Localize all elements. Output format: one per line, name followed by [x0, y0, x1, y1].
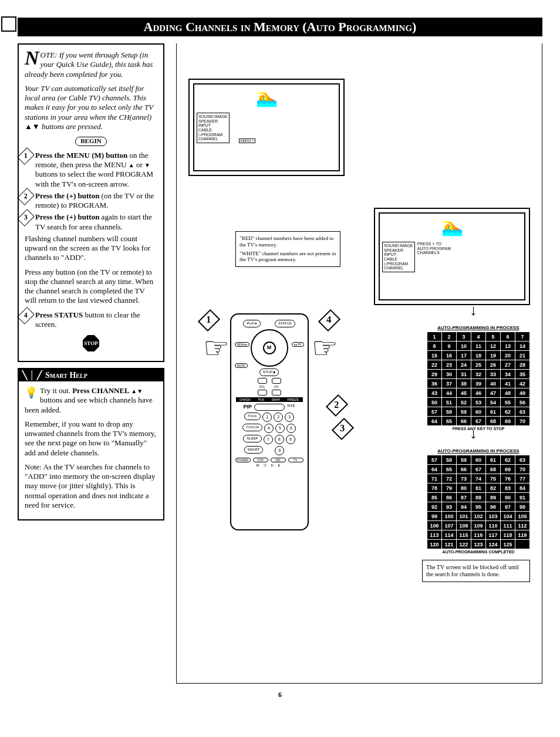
press-plus-label: PRESS +: [239, 138, 256, 143]
remote-ch-down: [272, 390, 281, 395]
final-note-box: The TV screen will be blocked off until …: [422, 560, 530, 582]
swimmer-icon-2: 🏊: [417, 216, 487, 239]
remote-tool: TOOL: [244, 413, 261, 420]
page-header: Adding Channels in Memory (Auto Programm…: [18, 18, 542, 36]
remote-menu-button: M: [263, 342, 276, 354]
header-title: Adding Channels in Memory (Auto Programm…: [144, 19, 417, 34]
remote-mode-label: M O D E: [231, 464, 308, 467]
header-corner-box: [1, 16, 16, 32]
remote-power: POWER: [235, 458, 251, 462]
step-marker-3: 3: [17, 209, 35, 226]
note-box: NOTE: If you went through Setup (in your…: [18, 43, 164, 362]
remote-illustration: PLAY▸ STATUS REW◂◂ ▸▸FF M MUTE STOP ■: [221, 313, 318, 530]
diagram-step-4: 4: [318, 309, 340, 332]
step-4-text: Press STATUS button to clear the screen.: [35, 310, 157, 330]
remote-ch-up: [272, 378, 281, 384]
remote-mute-button: MUTE: [235, 363, 248, 368]
remote-sleep: SLEEP: [243, 435, 261, 442]
remote-status-button: STATUS: [275, 320, 295, 327]
left-column: NOTE: If you went through Setup (in your…: [18, 43, 164, 684]
remote-play-button: PLAY▸: [243, 320, 261, 327]
remote-pip-label: PIP: [244, 404, 252, 411]
bulb-icon: 💡: [25, 386, 38, 400]
remote-pip-bar: [254, 404, 285, 411]
step-3-text: Press the (+) button again to start the …: [35, 212, 157, 232]
smart-p3: Note: As the TV searches for channels to…: [25, 462, 157, 510]
smart-p2: Remember, if you want to drop any unwant…: [25, 420, 157, 458]
diagram-step-3: 3: [332, 418, 354, 440]
swimmer-icon: 🏊: [231, 87, 302, 110]
tv2-press-text: PRESS + TO AUTO PROGRAM CHANNELS: [417, 242, 451, 272]
arrow-down-icon: ↓: [470, 302, 477, 319]
step-marker-2: 2: [17, 188, 35, 205]
smart-p1: 💡Try it out. Press CHANNEL ▲▼ buttons an…: [25, 386, 157, 415]
tv-screen-1: 🏊 SOUND:IMAGE SPEAKER INPUT CABLE PROGRA…: [188, 79, 345, 176]
step-1-text: Press the MENU (M) button on the remote,…: [35, 151, 157, 189]
page-number: 6: [18, 691, 542, 699]
remote-stop-button: STOP ■: [259, 368, 279, 376]
memory-message-box: "RED" channel numbers have been added to…: [235, 231, 340, 267]
step-2-text: Press the (+) button (on the TV or the r…: [35, 191, 157, 211]
note-para3: Flashing channel numbers will count upwa…: [25, 234, 157, 263]
tv1-menu: SOUND:IMAGE SPEAKER INPUT CABLE PROGRAM …: [197, 113, 230, 143]
arrow-down-icon-2: ↓: [470, 425, 477, 442]
tv2-menu: SOUND:IMAGE SPEAKER INPUT CABLE PROGRAM …: [382, 242, 415, 272]
stop-badge: STOP: [83, 335, 99, 351]
channel-grid-2: AUTO-PROGRAMMING IN PROCESS 575859606162…: [427, 448, 530, 554]
begin-label: BEGIN: [75, 137, 106, 146]
step-marker-1: 1: [17, 147, 35, 165]
remote-size-label: SIZE: [287, 404, 295, 411]
msg-line2: "WHITE" channel numbers are not present …: [239, 251, 336, 263]
smart-help-box: ╲ │ ╱ Smart Help 💡Try it out. Press CHAN…: [18, 368, 164, 520]
note-para4: Press any button (on the TV or remote) t…: [25, 268, 157, 306]
remote-smart: SMART: [244, 446, 264, 454]
note-para2: Your TV can automatically set itself for…: [25, 84, 157, 131]
diagram-step-1: 1: [198, 309, 220, 332]
step-marker-4: 4: [17, 307, 35, 324]
tv-screen-2: 🏊 SOUND:IMAGE SPEAKER INPUT CABLE PROGRA…: [374, 208, 530, 305]
remote-pip-strip: CH/ADDPOSSWAPFREEZE: [236, 397, 303, 402]
note-para1: OTE: If you went through Setup (in your …: [25, 50, 153, 79]
channel-grid-1: AUTO-PROGRAMMING IN PROCESS 123456789101…: [427, 325, 530, 431]
right-column: 🏊 SOUND:IMAGE SPEAKER INPUT CABLE PROGRA…: [176, 43, 542, 684]
remote-rocker-up: [258, 378, 267, 384]
remote-rew-button: REW◂◂: [235, 342, 250, 347]
hand-icon-right: ☞: [312, 331, 338, 365]
smart-help-header: ╲ │ ╱ Smart Help: [19, 369, 163, 381]
remote-nav-wheel: M: [251, 329, 288, 367]
remote-tvvcr: TV/VCR: [242, 424, 262, 431]
smart-help-title: Smart Help: [45, 371, 87, 380]
hand-icon-left: ☜: [203, 331, 230, 365]
msg-line1: "RED" channel numbers have been added to…: [239, 235, 336, 248]
remote-ff-button: ▸▸FF: [292, 342, 303, 347]
rays-icon: ╲ │ ╱: [22, 370, 42, 380]
remote-rocker-down: [258, 390, 267, 395]
diagram-step-2: 2: [326, 394, 348, 417]
